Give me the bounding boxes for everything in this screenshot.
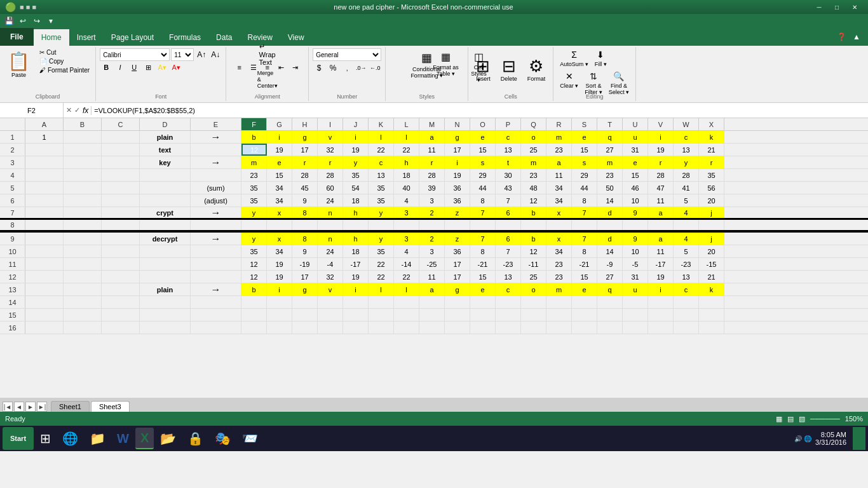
cell-n5[interactable]: 36 (445, 182, 470, 194)
cell-o10[interactable]: 8 (470, 245, 496, 257)
cell-u13[interactable]: u (623, 283, 648, 295)
cell-u1[interactable]: u (623, 131, 648, 143)
cell-i1[interactable]: v (318, 131, 343, 143)
confirm-formula-button[interactable]: ✓ (74, 106, 80, 114)
col-header-x[interactable]: X (699, 118, 724, 130)
cell-g13[interactable]: i (267, 283, 292, 295)
col-header-k[interactable]: K (369, 118, 394, 130)
cell-c3[interactable] (102, 156, 140, 168)
insert-function-button[interactable]: fx (83, 106, 88, 115)
taskbar-folder-button[interactable]: 📁 (85, 428, 111, 449)
copy-button[interactable]: 📄Copy (37, 57, 92, 65)
underline-button[interactable]: U (128, 62, 140, 73)
cell-m4[interactable]: 28 (419, 169, 445, 181)
sheet-tab-3[interactable]: Sheet3 (91, 401, 130, 412)
cut-button[interactable]: ✂Cut (37, 48, 92, 57)
cell-x5[interactable]: 56 (699, 182, 724, 194)
cell-m6[interactable]: 3 (419, 194, 445, 207)
zoom-slider[interactable]: ────── (810, 415, 840, 423)
col-header-s[interactable]: S (572, 118, 597, 130)
cell-s11[interactable]: -21 (572, 258, 597, 270)
col-header-t[interactable]: T (597, 118, 623, 130)
cell-s1[interactable]: e (572, 131, 597, 143)
col-header-u[interactable]: U (623, 118, 648, 130)
cell-e7[interactable]: → (191, 207, 241, 218)
tab-file[interactable]: File (0, 28, 34, 46)
cell-k12[interactable]: 22 (369, 271, 394, 283)
taskbar-mail-button[interactable]: 📨 (237, 428, 263, 449)
cell-s10[interactable]: 8 (572, 245, 597, 257)
cell-g10[interactable]: 34 (267, 245, 292, 257)
cell-i4[interactable]: 28 (318, 169, 343, 181)
cell-i9[interactable]: n (318, 233, 343, 245)
cell-n1[interactable]: g (445, 131, 470, 143)
cell-p7[interactable]: 6 (496, 207, 521, 218)
cell-f3[interactable]: m (241, 156, 267, 168)
col-header-n[interactable]: N (445, 118, 470, 130)
font-shrink-button[interactable]: A↓ (209, 49, 222, 60)
cell-t5[interactable]: 50 (597, 182, 623, 194)
cell-x13[interactable]: k (699, 283, 724, 295)
cell-p1[interactable]: c (496, 131, 521, 143)
cell-t1[interactable]: q (597, 131, 623, 143)
cell-k7[interactable]: y (369, 207, 394, 218)
select-all-button[interactable] (0, 118, 25, 130)
cell-v10[interactable]: 11 (648, 245, 674, 257)
col-header-m[interactable]: M (419, 118, 445, 130)
cell-v4[interactable]: 28 (648, 169, 674, 181)
cell-q9[interactable]: b (521, 233, 546, 245)
col-header-q[interactable]: Q (521, 118, 546, 130)
cell-f13[interactable]: b (241, 283, 267, 295)
cell-r11[interactable]: 23 (546, 258, 572, 270)
formula-input[interactable] (92, 103, 868, 118)
cell-o13[interactable]: e (470, 283, 496, 295)
indent-increase-button[interactable]: ⇥ (289, 62, 302, 73)
cell-t11[interactable]: -9 (597, 258, 623, 270)
font-color-button[interactable]: A▾ (170, 62, 182, 73)
cell-i7[interactable]: n (318, 207, 343, 218)
cell-q12[interactable]: 25 (521, 271, 546, 283)
cell-g1[interactable]: i (267, 131, 292, 143)
taskbar-media-button[interactable]: 🎭 (210, 428, 236, 449)
cell-n7[interactable]: z (445, 207, 470, 218)
cell-h5[interactable]: 45 (292, 182, 318, 194)
restore-button[interactable]: □ (829, 2, 845, 12)
cell-l1[interactable]: l (394, 131, 419, 143)
cell-g12[interactable]: 19 (267, 271, 292, 283)
cell-t12[interactable]: 27 (597, 271, 623, 283)
cell-n2[interactable]: 17 (445, 144, 470, 156)
cell-d7[interactable]: crypt (140, 207, 191, 218)
cell-m13[interactable]: a (419, 283, 445, 295)
cell-q3[interactable]: m (521, 156, 546, 168)
cell-v13[interactable]: i (648, 283, 674, 295)
cell-r5[interactable]: 34 (546, 182, 572, 194)
row-num-15[interactable]: 15 (0, 309, 25, 321)
cancel-formula-button[interactable]: ✕ (66, 106, 72, 114)
cell-s4[interactable]: 29 (572, 169, 597, 181)
row-num-3[interactable]: 3 (0, 156, 25, 168)
cell-x4[interactable]: 35 (699, 169, 724, 181)
tab-home[interactable]: Home (34, 28, 69, 46)
col-header-j[interactable]: J (343, 118, 369, 130)
cell-m7[interactable]: 2 (419, 207, 445, 218)
show-desktop-button[interactable] (853, 427, 865, 450)
merge-center-button[interactable]: Merge & Center▾ (261, 74, 274, 85)
cell-d4[interactable] (140, 169, 191, 181)
row-num-7[interactable]: 7 (0, 207, 25, 218)
taskbar-windows-button[interactable]: ⊞ (35, 428, 56, 449)
cell-t6[interactable]: 14 (597, 194, 623, 207)
cell-x9[interactable]: j (699, 233, 724, 245)
cell-r13[interactable]: m (546, 283, 572, 295)
cell-n11[interactable]: 17 (445, 258, 470, 270)
cell-m12[interactable]: 11 (419, 271, 445, 283)
col-header-f[interactable]: F (241, 118, 267, 130)
cell-f1[interactable]: b (241, 131, 267, 143)
cell-m2[interactable]: 11 (419, 144, 445, 156)
cell-o11[interactable]: -21 (470, 258, 496, 270)
cell-v3[interactable]: r (648, 156, 674, 168)
decimal-decrease-button[interactable]: ←.0 (369, 62, 381, 74)
cell-l11[interactable]: -14 (394, 258, 419, 270)
number-format-select[interactable]: General (313, 48, 381, 61)
cell-h2[interactable]: 17 (292, 144, 318, 156)
cell-w10[interactable]: 5 (674, 245, 699, 257)
